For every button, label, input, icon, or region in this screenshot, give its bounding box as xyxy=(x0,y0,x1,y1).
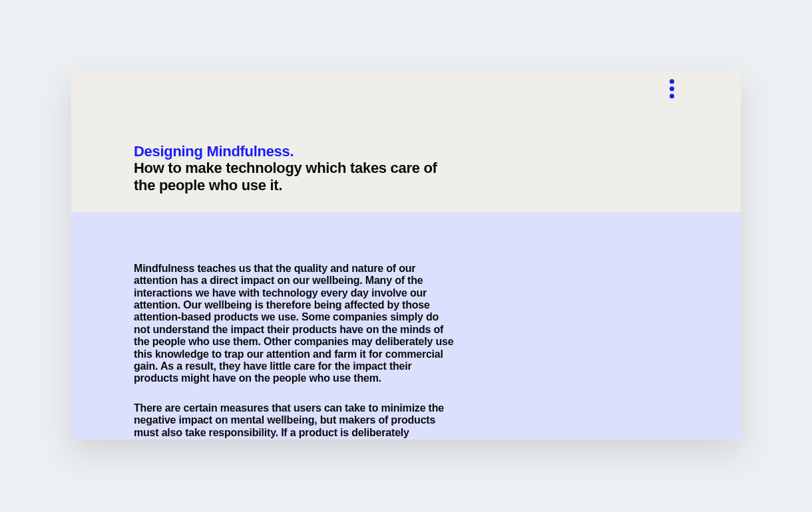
more-vertical-icon xyxy=(670,94,674,98)
more-menu-button[interactable] xyxy=(661,78,682,99)
more-vertical-icon xyxy=(670,79,674,84)
more-vertical-icon xyxy=(670,86,674,91)
header-section: Designing Mindfulness. How to make techn… xyxy=(71,71,444,212)
page-title-subtitle: How to make technology which takes care … xyxy=(134,160,444,193)
page-title-accent: Designing Mindfulness. xyxy=(134,143,444,160)
body-text: Mindfulness teaches us that the quality … xyxy=(134,263,457,440)
document-card: Designing Mindfulness. How to make techn… xyxy=(71,71,741,440)
body-section: Mindfulness teaches us that the quality … xyxy=(71,212,741,440)
body-paragraph: Mindfulness teaches us that the quality … xyxy=(134,263,457,385)
body-paragraph: There are certain measures that users ca… xyxy=(134,402,457,440)
